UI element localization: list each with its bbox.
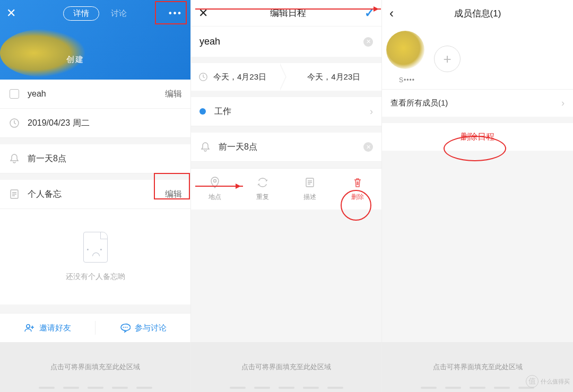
- pane-edit-schedule: ✕ 编辑日程 ✓ yeah ✕ 今天，4月23日 今天，4月23日 工作 ›: [191, 0, 382, 392]
- edit-memo-button[interactable]: 编辑: [165, 189, 182, 200]
- edit-title-button[interactable]: 编辑: [165, 89, 182, 100]
- creator-label: 创建: [66, 55, 84, 65]
- header-banner: ✕ 详情 讨论 ••• 创建: [0, 0, 190, 80]
- reminder-row[interactable]: 前一天8点: [0, 144, 190, 173]
- title-input-row[interactable]: yeah ✕: [191, 27, 381, 57]
- fill-placeholder[interactable]: 点击可将界面填充至此处区域: [191, 342, 381, 392]
- fill-placeholder[interactable]: 点击可将界面填充至此处区域: [0, 342, 190, 392]
- tab-discuss[interactable]: 讨论: [111, 8, 127, 19]
- svg-point-7: [213, 180, 216, 182]
- clear-reminder-icon[interactable]: ✕: [363, 142, 373, 152]
- discuss-button[interactable]: 参与讨论: [96, 313, 190, 342]
- close-icon[interactable]: ✕: [6, 6, 22, 20]
- end-date: 今天，4月23日: [307, 72, 360, 82]
- avatar-scribble: [0, 29, 85, 77]
- bell-icon: [8, 153, 20, 164]
- svg-point-4: [125, 327, 126, 328]
- reminder-text: 前一天8点: [219, 142, 257, 153]
- chevron-right-icon: ›: [561, 98, 565, 109]
- memo-icon: [8, 188, 20, 200]
- tab-detail[interactable]: 详情: [63, 6, 99, 21]
- start-date: 今天，4月23日: [213, 72, 266, 82]
- trash-icon: [352, 177, 363, 188]
- delete-schedule-button[interactable]: 删除日程: [382, 123, 573, 151]
- empty-file-icon: • •: [83, 232, 108, 263]
- memo-empty-state: • • 还没有个人备忘哟: [0, 209, 190, 304]
- repeat-button[interactable]: 重复: [239, 169, 286, 210]
- reminder-text: 前一天8点: [28, 153, 66, 164]
- action-toolbar: 地点 重复 描述 删除: [191, 168, 381, 210]
- reminder-row[interactable]: 前一天8点 ✕: [191, 133, 381, 162]
- date-text: 2019/04/23 周二: [28, 118, 90, 129]
- bell-icon: [199, 141, 211, 153]
- cancel-icon[interactable]: ✕: [198, 6, 211, 20]
- memo-label: 个人备忘: [28, 189, 62, 200]
- location-icon: [209, 177, 221, 188]
- svg-point-5: [126, 327, 127, 328]
- member-avatar[interactable]: S••••: [389, 34, 424, 82]
- clock-icon: [198, 72, 208, 82]
- category-label: 工作: [214, 106, 231, 117]
- clear-icon[interactable]: ✕: [363, 37, 373, 47]
- page-title: 成员信息(1): [402, 7, 553, 20]
- chat-icon: [120, 323, 131, 333]
- repeat-icon: [257, 177, 268, 188]
- location-button[interactable]: 地点: [191, 169, 239, 210]
- member-name-partial: S••••: [389, 76, 424, 84]
- svg-point-3: [123, 327, 124, 328]
- watermark: 值 什么值得买: [526, 375, 570, 388]
- svg-point-2: [26, 325, 29, 328]
- clock-icon: [8, 117, 20, 129]
- confirm-icon[interactable]: ✓: [364, 6, 374, 20]
- pane-detail: ✕ 详情 讨论 ••• 创建 yeah 编辑 2019/04/23 周二 前一天…: [0, 0, 191, 392]
- category-dot-icon: [199, 108, 206, 115]
- invite-icon: [24, 324, 35, 332]
- date-row[interactable]: 2019/04/23 周二: [0, 109, 190, 138]
- add-member-button[interactable]: +: [434, 46, 461, 72]
- empty-text: 还没有个人备忘哟: [66, 272, 125, 282]
- page-title: 编辑日程: [211, 7, 364, 19]
- description-button[interactable]: 描述: [286, 169, 334, 210]
- members-area: S•••• +: [382, 27, 573, 89]
- invite-button[interactable]: 邀请好友: [0, 313, 95, 342]
- memo-row: 个人备忘 编辑: [0, 180, 190, 209]
- checkbox-icon[interactable]: [8, 88, 20, 100]
- chevron-right-icon: ›: [370, 106, 373, 117]
- date-separator-arrow: [280, 63, 293, 91]
- title-input[interactable]: yeah: [199, 36, 363, 47]
- title-row: yeah 编辑: [0, 80, 190, 109]
- event-title: yeah: [28, 89, 46, 99]
- pane-member-info: ‹ 成员信息(1) S•••• + 查看所有成员(1) › 删除日程 点击可将界…: [382, 0, 573, 392]
- date-range-row[interactable]: 今天，4月23日 今天，4月23日: [191, 63, 381, 91]
- description-icon: [304, 177, 316, 188]
- category-row[interactable]: 工作 ›: [191, 97, 381, 126]
- delete-button[interactable]: 删除: [334, 169, 381, 210]
- watermark-icon: 值: [526, 375, 539, 388]
- view-all-members-row[interactable]: 查看所有成员(1) ›: [382, 89, 573, 117]
- more-icon[interactable]: •••: [167, 8, 184, 18]
- back-icon[interactable]: ‹: [389, 6, 402, 21]
